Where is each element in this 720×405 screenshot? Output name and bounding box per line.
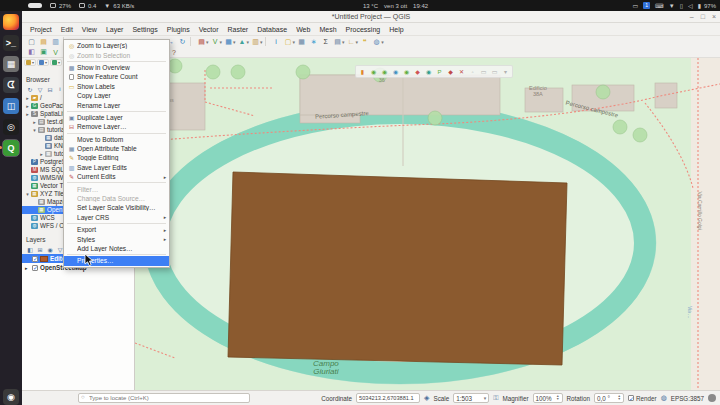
refresh-map-button[interactable]: ↻: [177, 37, 188, 47]
drawn-feature-polygon[interactable]: [228, 172, 567, 365]
browser-tool-3[interactable]: ⊟: [46, 85, 54, 93]
open-project-button[interactable]: ▤: [38, 37, 49, 47]
menu-project[interactable]: Project: [26, 25, 56, 34]
dock-icon-discord[interactable]: ᗧ: [3, 77, 19, 93]
add-mesh-layer-dropdown[interactable]: ▾: [247, 39, 250, 45]
menu-item-rename-layer[interactable]: Rename Layer: [64, 100, 169, 109]
menu-item-duplicate-layer[interactable]: ▣Duplicate Layer: [64, 113, 169, 122]
identify-features-button[interactable]: i: [271, 37, 282, 47]
battery-pill-icon[interactable]: [28, 3, 42, 8]
menu-vector[interactable]: Vector: [195, 25, 223, 34]
menu-item-export[interactable]: Export▸: [64, 225, 169, 234]
layers-tool-1[interactable]: ◧: [26, 245, 34, 253]
map-tips-button[interactable]: ❝: [359, 37, 370, 47]
menu-raster[interactable]: Raster: [224, 25, 253, 34]
menu-item-show-in-overview[interactable]: ▩Show in Overview: [64, 63, 169, 72]
digitize-polygon-button[interactable]: ◉: [391, 67, 400, 76]
dock-icon-qgis[interactable]: Q: [3, 140, 19, 156]
lock-scale-icon[interactable]: ⚿: [493, 394, 498, 402]
menu-item-copy-layer[interactable]: Copy Layer: [64, 91, 169, 100]
menu-settings[interactable]: Settings: [128, 25, 161, 34]
scale-combo[interactable]: 1:503▾: [453, 393, 489, 403]
expander-icon[interactable]: ▸: [24, 102, 31, 110]
battery-right-indicator[interactable]: ▮97%: [698, 2, 716, 9]
menu-view[interactable]: View: [78, 25, 101, 34]
render-checkbox[interactable]: [628, 395, 634, 401]
close-button[interactable]: ×: [712, 13, 716, 20]
new-project-button[interactable]: ▢: [26, 37, 37, 47]
open-attribute-table-button[interactable]: ▦: [296, 37, 307, 47]
menu-processing[interactable]: Processing: [342, 25, 385, 34]
more-tools-button[interactable]: ▾: [501, 67, 510, 76]
menu-item-layer-crs[interactable]: Layer CRS▸: [64, 213, 169, 222]
locator-input[interactable]: [78, 393, 250, 403]
field-calculator-button[interactable]: ∗: [308, 37, 319, 47]
menu-item-styles[interactable]: Styles▸: [64, 234, 169, 243]
measure-dropdown[interactable]: ▾: [356, 39, 359, 45]
expander-icon[interactable]: ▾: [31, 126, 38, 134]
network-speed-indicator[interactable]: ▼63 KB/s: [104, 3, 134, 9]
menu-item-show-feature-count[interactable]: Show Feature Count: [64, 72, 169, 81]
digitize-ellipse-button[interactable]: ◉: [424, 67, 433, 76]
workspace-badge[interactable]: 1: [643, 2, 650, 9]
open-data-source-manager-dropdown[interactable]: ▾: [206, 39, 209, 45]
select-features-dropdown[interactable]: ▾: [293, 39, 296, 45]
split-feature-button[interactable]: ▭: [490, 67, 499, 76]
battery-tray-icon[interactable]: ▯: [680, 2, 683, 9]
new-shapefile-layer-button[interactable]: V: [50, 47, 61, 57]
dock-icon-terminal[interactable]: >_: [3, 35, 19, 51]
dock-icon-remmina[interactable]: ◫: [3, 98, 19, 114]
undo-point-button[interactable]: ◦: [468, 67, 477, 76]
layer-visibility-checkbox[interactable]: [32, 265, 38, 271]
delete-feature-button[interactable]: ✕: [457, 67, 466, 76]
help-contents-button[interactable]: ?: [169, 47, 180, 57]
battery-indicator[interactable]: 27%: [50, 3, 71, 9]
menu-item-properties[interactable]: Properties…: [64, 256, 169, 265]
browser-tool-1[interactable]: ↻: [26, 85, 34, 93]
messages-icon[interactable]: [708, 394, 716, 402]
minimize-button[interactable]: –: [690, 13, 694, 20]
menu-item-move-to-bottom[interactable]: Move to Bottom: [64, 135, 169, 144]
save-project-button[interactable]: ▥: [50, 37, 61, 47]
expander-icon[interactable]: ▸: [24, 110, 31, 118]
coordinate-input[interactable]: 5034213.2,6703881.1: [356, 393, 420, 403]
statistical-summary-button[interactable]: Σ: [320, 37, 331, 47]
printer-icon[interactable]: ▭: [632, 2, 638, 9]
rotation-spin[interactable]: 0,0 °▲▼: [594, 393, 624, 403]
add-raster-layer-dropdown[interactable]: ▾: [233, 39, 236, 45]
menu-plugins[interactable]: Plugins: [163, 25, 194, 34]
menu-web[interactable]: Web: [292, 25, 314, 34]
dock-icon-obs-studio[interactable]: ◎: [3, 119, 19, 135]
crs-value[interactable]: EPSG:3857: [671, 395, 704, 402]
move-feature-button[interactable]: ◆: [446, 67, 455, 76]
expander-icon[interactable]: ▸: [25, 265, 30, 271]
extents-icon[interactable]: ◈: [424, 394, 429, 402]
vertex-tool-button[interactable]: ◆: [413, 67, 422, 76]
menu-item-set-layer-scale-visibility[interactable]: Set Layer Scale Visibility…: [64, 203, 169, 212]
maximize-button[interactable]: □: [701, 13, 705, 20]
cpu-load-indicator[interactable]: 0.4: [79, 3, 96, 9]
layers-tool-3[interactable]: ◉: [46, 245, 54, 253]
menu-database[interactable]: Database: [253, 25, 291, 34]
add-text-layer-dropdown[interactable]: ▾: [260, 39, 263, 45]
expander-icon[interactable]: ▸: [38, 150, 45, 158]
crs-globe-icon[interactable]: ◍: [661, 394, 667, 402]
layer-visibility-checkbox[interactable]: [32, 256, 38, 262]
reshape-button[interactable]: ▭: [479, 67, 488, 76]
menu-item-remove-layer[interactable]: ⊟Remove Layer…: [64, 122, 169, 131]
wifi-icon[interactable]: ▼: [669, 3, 675, 9]
scale-lock-dropdown[interactable]: ▾: [37, 59, 49, 66]
map-canvas[interactable]: Masterclass areaEdificio 36Edificio 38AP…: [135, 58, 720, 390]
digitize-regular-button[interactable]: P: [435, 67, 444, 76]
browser-tool-2[interactable]: ▽: [36, 85, 44, 93]
layout-manager-dropdown[interactable]: ▾: [342, 39, 345, 45]
digitize-circle-button[interactable]: ◉: [402, 67, 411, 76]
expander-icon[interactable]: ▸: [24, 94, 31, 102]
style-manager-button[interactable]: ◧: [26, 47, 37, 57]
dock-icon-keyboard-app[interactable]: ▦: [3, 56, 19, 72]
menu-item-current-edits[interactable]: ✎Current Edits▸: [64, 172, 169, 181]
tracing-dropdown[interactable]: ▾: [50, 59, 62, 66]
menu-item-toggle-editing[interactable]: ✎Toggle Editing: [64, 153, 169, 162]
raster-histogram-button[interactable]: ▮: [358, 67, 367, 76]
metasearch-dropdown[interactable]: ▾: [381, 39, 384, 45]
